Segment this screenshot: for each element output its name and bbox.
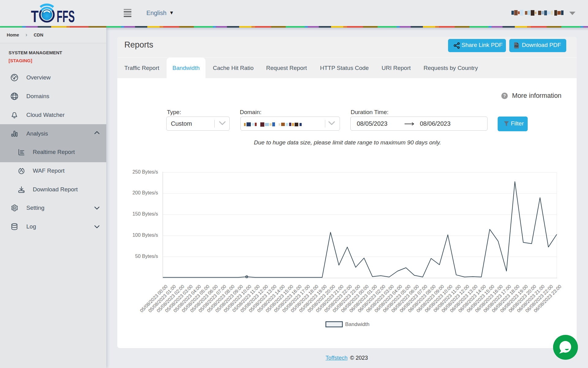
svg-text:50 Bytes/s: 50 Bytes/s [135,254,158,259]
svg-text:200 Bytes/s: 200 Bytes/s [132,190,158,195]
svg-text:150 Bytes/s: 150 Bytes/s [132,211,158,217]
svg-text:Bandwidth: Bandwidth [345,321,369,327]
svg-text:250 Bytes/s: 250 Bytes/s [132,169,158,174]
svg-text:100 Bytes/s: 100 Bytes/s [132,232,158,238]
